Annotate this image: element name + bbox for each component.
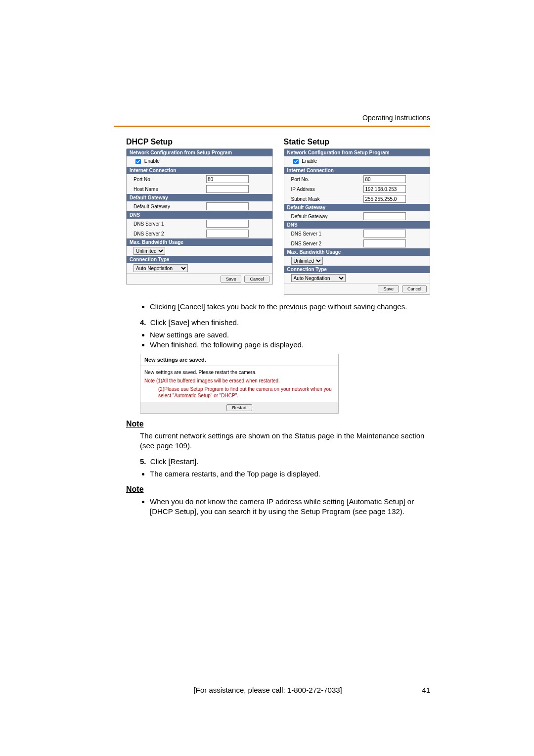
static-dns-header: DNS <box>284 221 430 229</box>
static-enable-label: Enable <box>302 158 317 164</box>
step4-bullet1: New settings are saved. <box>150 330 430 340</box>
dhcp-enable-row: Enable <box>130 157 206 166</box>
dhcp-setup-title: DHCP Setup <box>126 138 273 146</box>
static-dns1-label: DNS Server 1 <box>287 231 364 236</box>
static-save-button[interactable]: Save <box>378 285 399 292</box>
dhcp-netcfg-header: Network Configuration from Setup Program <box>127 149 272 156</box>
static-dns1-input[interactable] <box>363 230 406 237</box>
static-conn-select[interactable]: Auto Negotiation <box>291 274 346 282</box>
dhcp-port-label: Port No. <box>130 177 206 182</box>
dhcp-cancel-button[interactable]: Cancel <box>244 276 269 283</box>
dhcp-bw-header: Max. Bandwidth Usage <box>127 238 272 246</box>
note2-heading: Note <box>126 484 430 495</box>
step-4: 4. Click [Save] when finished. <box>126 318 430 328</box>
dhcp-gateway-header: Default Gateway <box>127 194 272 201</box>
header-divider <box>114 126 430 127</box>
static-setup-title: Static Setup <box>284 138 431 146</box>
saved-settings-note1: Note (1)All the buffered images will be … <box>144 378 334 384</box>
dhcp-host-input[interactable] <box>206 185 249 193</box>
saved-settings-header: New settings are saved. <box>140 354 338 366</box>
static-port-input[interactable] <box>363 175 406 183</box>
dhcp-dns-header: DNS <box>127 211 272 219</box>
dhcp-dns1-label: DNS Server 1 <box>130 221 206 227</box>
dhcp-enable-checkbox[interactable] <box>135 159 141 164</box>
static-internet-header: Internet Connection <box>284 167 430 174</box>
static-panel: Network Configuration from Setup Program… <box>284 148 431 295</box>
dhcp-save-button[interactable]: Save <box>221 276 242 283</box>
static-port-label: Port No. <box>287 177 364 182</box>
static-bw-header: Max. Bandwidth Usage <box>284 248 430 256</box>
static-mask-input[interactable] <box>363 195 406 203</box>
dhcp-dns2-label: DNS Server 2 <box>130 231 206 236</box>
dhcp-bw-select[interactable]: Unlimited <box>134 247 165 255</box>
static-conn-header: Connection Type <box>284 266 430 273</box>
static-ip-input[interactable] <box>363 185 406 193</box>
step4-bullet2: When finished, the following page is dis… <box>150 340 430 350</box>
footer-page-number: 41 <box>422 686 430 694</box>
static-gateway-label: Default Gateway <box>287 214 364 219</box>
static-enable-checkbox[interactable] <box>293 159 299 164</box>
static-cancel-button[interactable]: Cancel <box>402 285 427 292</box>
dhcp-internet-header: Internet Connection <box>127 167 272 174</box>
dhcp-gateway-input[interactable] <box>206 202 249 210</box>
static-dns2-input[interactable] <box>363 239 406 247</box>
footer-assistance: [For assistance, please call: 1-800-272-… <box>194 686 342 694</box>
bullet-cancel: Clicking [Cancel] takes you back to the … <box>150 302 430 312</box>
dhcp-dns2-input[interactable] <box>206 230 249 237</box>
static-netcfg-header: Network Configuration from Setup Program <box>284 149 430 156</box>
dhcp-dns1-input[interactable] <box>206 220 249 228</box>
dhcp-gateway-label: Default Gateway <box>130 204 206 209</box>
restart-button[interactable]: Restart <box>226 404 252 411</box>
saved-settings-panel: New settings are saved. New settings are… <box>140 354 339 414</box>
saved-settings-note2: (2)Please use Setup Program to find out … <box>144 386 334 399</box>
static-enable-row: Enable <box>287 157 364 166</box>
note1-heading: Note <box>126 419 430 429</box>
note2-text: When you do not know the camera IP addre… <box>150 497 430 517</box>
dhcp-panel: Network Configuration from Setup Program… <box>126 148 273 285</box>
static-gateway-input[interactable] <box>363 212 406 220</box>
dhcp-enable-label: Enable <box>144 158 160 164</box>
static-mask-label: Subnet Mask <box>287 196 364 202</box>
static-gateway-header: Default Gateway <box>284 204 430 211</box>
header-operating-instructions: Operating Instructions <box>362 114 430 122</box>
saved-settings-line: New settings are saved. Please restart t… <box>144 369 334 376</box>
dhcp-host-label: Host Name <box>130 187 206 192</box>
step5-bullet1: The camera restarts, and the Top page is… <box>150 469 430 479</box>
static-dns2-label: DNS Server 2 <box>287 241 364 246</box>
static-ip-label: IP Address <box>287 187 364 192</box>
step-5: 5. Click [Restart]. <box>126 457 430 467</box>
static-bw-select[interactable]: Unlimited <box>291 257 323 265</box>
dhcp-port-input[interactable] <box>206 175 249 183</box>
note1-text: The current network settings are shown o… <box>140 431 430 451</box>
dhcp-conn-header: Connection Type <box>127 256 272 263</box>
dhcp-conn-select[interactable]: Auto Negotiation <box>134 264 188 272</box>
